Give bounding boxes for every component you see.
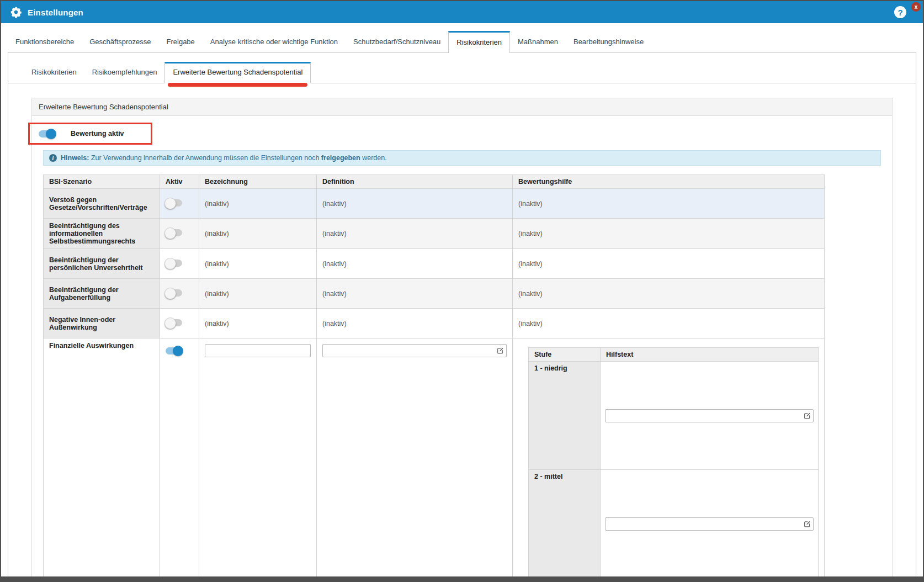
freigabe-hinweis-banner: i Hinweis: Zur Verwendung innerhalb der …	[43, 150, 881, 166]
row-aktiv-toggle[interactable]	[166, 229, 182, 236]
bewertung-aktiv-label: Bewertung aktiv	[71, 130, 124, 137]
table-row-aussenwirkung: Negative Innen-oder Außenwirkung (inakti…	[44, 309, 825, 338]
subtab-label: Erweiterte Bewertung Schadenspotential	[173, 68, 302, 76]
edit-icon[interactable]	[497, 347, 504, 355]
col-hilfstext: Hilfstext	[601, 348, 819, 362]
scenario-label: Beeinträchtigung der Aufgabenerfüllung	[44, 279, 160, 309]
level-label: 2 - mittel	[529, 470, 601, 578]
gear-icon	[10, 6, 22, 18]
edit-icon[interactable]	[804, 520, 811, 527]
definition-inaktiv: (inaktiv)	[317, 219, 513, 249]
level-row-niedrig: 1 - niedrig	[529, 362, 819, 470]
row-aktiv-toggle[interactable]	[166, 347, 182, 355]
bezeichnung-inaktiv: (inaktiv)	[199, 279, 317, 309]
subtab-risikoempfehlungen[interactable]: Risikoempfehlungen	[84, 62, 165, 83]
subtab-risikokriterien[interactable]: Risikokriterien	[24, 62, 84, 83]
main-tab-bar: Funktionsbereiche Geschäftsprozesse Frei…	[1, 31, 923, 52]
table-row-verstoss: Verstoß gegen Gesetze/Vorschriften/Vertr…	[44, 189, 825, 219]
table-row-selbstbestimmung: Beeinträchtigung des informationellen Se…	[44, 219, 825, 249]
tab-risikokriterien[interactable]: Risikokriterien	[448, 31, 510, 53]
edit-icon[interactable]	[804, 412, 811, 419]
scenario-label: Negative Innen-oder Außenwirkung	[44, 309, 160, 338]
bewertungshilfe-inaktiv: (inaktiv)	[513, 279, 825, 309]
info-icon: i	[49, 154, 57, 162]
definition-inaktiv: (inaktiv)	[317, 279, 513, 309]
table-row-unversehrtheit: Beeinträchtigung der persönlichen Unvers…	[44, 249, 825, 279]
row-aktiv-toggle[interactable]	[166, 260, 182, 267]
annotation-red-underline	[168, 83, 307, 87]
tab-schutzbedarf[interactable]: Schutzbedarf/Schutzniveau	[346, 31, 448, 52]
close-icon[interactable]: x	[911, 2, 921, 12]
bewertung-aktiv-row: Bewertung aktiv	[32, 123, 892, 145]
tab-funktionsbereiche[interactable]: Funktionsbereiche	[8, 31, 82, 52]
col-bezeichnung: Bezeichnung	[199, 175, 317, 189]
bsi-szenario-table: BSI-Szenario Aktiv Bezeichnung Definitio…	[43, 174, 825, 582]
scenario-label: Beeinträchtigung der persönlichen Unvers…	[44, 249, 160, 279]
table-row-aufgabenerfuellung: Beeinträchtigung der Aufgabenerfüllung (…	[44, 279, 825, 309]
settings-window: Einstellungen ? x Funktionsbereiche Gesc…	[0, 0, 924, 582]
subtab-erweiterte-bewertung[interactable]: Erweiterte Bewertung Schadenspotential	[164, 62, 311, 83]
definition-input-wrap	[322, 344, 507, 357]
col-stufe: Stufe	[529, 348, 601, 362]
bezeichnung-inaktiv: (inaktiv)	[199, 249, 317, 279]
level-row-hoch: 3 - hoch	[529, 578, 819, 582]
scenario-label: Verstoß gegen Gesetze/Vorschriften/Vertr…	[44, 189, 160, 219]
erweiterte-bewertung-panel: Erweiterte Bewertung Schadenspotential B…	[31, 98, 893, 582]
hinweis-text: Hinweis: Zur Verwendung innerhalb der An…	[61, 154, 387, 162]
bewertungshilfe-inaktiv: (inaktiv)	[513, 249, 825, 279]
tab-massnahmen[interactable]: Maßnahmen	[510, 31, 566, 52]
definition-input[interactable]	[322, 344, 507, 357]
tab-geschaeftsprozesse[interactable]: Geschäftsprozesse	[82, 31, 158, 52]
bezeichnung-input[interactable]	[205, 344, 311, 357]
titlebar: Einstellungen ?	[1, 1, 923, 23]
tab-freigabe[interactable]: Freigabe	[159, 31, 203, 52]
tab-content: Risikokriterien Risikoempfehlungen Erwei…	[8, 52, 916, 582]
definition-inaktiv: (inaktiv)	[317, 249, 513, 279]
bezeichnung-inaktiv: (inaktiv)	[199, 309, 317, 338]
stufen-table: Stufe Hilfstext 1 - niedrig	[528, 347, 819, 582]
table-header-row: BSI-Szenario Aktiv Bezeichnung Definitio…	[44, 175, 825, 189]
scenario-label: Beeinträchtigung des informationellen Se…	[44, 219, 160, 249]
level-row-mittel: 2 - mittel	[529, 470, 819, 578]
level-label: 1 - niedrig	[529, 362, 601, 470]
row-aktiv-toggle[interactable]	[166, 199, 182, 207]
hilfstext-input-niedrig[interactable]	[605, 409, 814, 422]
scenario-label: Finanzielle Auswirkungen	[44, 338, 160, 582]
row-aktiv-toggle[interactable]	[166, 319, 182, 326]
bezeichnung-inaktiv: (inaktiv)	[199, 219, 317, 249]
col-definition: Definition	[317, 175, 513, 189]
bewertungshilfe-inaktiv: (inaktiv)	[513, 189, 825, 219]
panel-title: Erweiterte Bewertung Schadenspotential	[32, 98, 892, 116]
page-title: Einstellungen	[28, 8, 83, 17]
bewertungshilfe-inaktiv: (inaktiv)	[513, 309, 825, 338]
tab-bearbeitungshinweise[interactable]: Bearbeitungshinweise	[566, 31, 651, 52]
sub-tab-bar: Risikokriterien Risikoempfehlungen Erwei…	[8, 53, 916, 83]
table-row-finanzielle-auswirkungen: Finanzielle Auswirkungen	[44, 338, 825, 582]
bezeichnung-inaktiv: (inaktiv)	[199, 189, 317, 219]
hilfstext-input-mittel[interactable]	[605, 517, 814, 531]
col-aktiv: Aktiv	[160, 175, 199, 189]
level-label: 3 - hoch	[529, 578, 601, 582]
tab-analyse-kritische-funktion[interactable]: Analyse kritische oder wichtige Funktion	[203, 31, 346, 52]
levels-header-row: Stufe Hilfstext	[529, 348, 819, 362]
col-bsi-szenario: BSI-Szenario	[44, 175, 160, 189]
definition-inaktiv: (inaktiv)	[317, 189, 513, 219]
annotation-red-box: Bewertung aktiv	[28, 123, 152, 145]
bewertungshilfe-inaktiv: (inaktiv)	[513, 219, 825, 249]
help-icon[interactable]: ?	[894, 6, 906, 18]
definition-inaktiv: (inaktiv)	[317, 309, 513, 338]
col-bewertungshilfe: Bewertungshilfe	[513, 175, 825, 189]
row-aktiv-toggle[interactable]	[166, 289, 182, 297]
bewertung-aktiv-toggle[interactable]	[39, 130, 55, 137]
